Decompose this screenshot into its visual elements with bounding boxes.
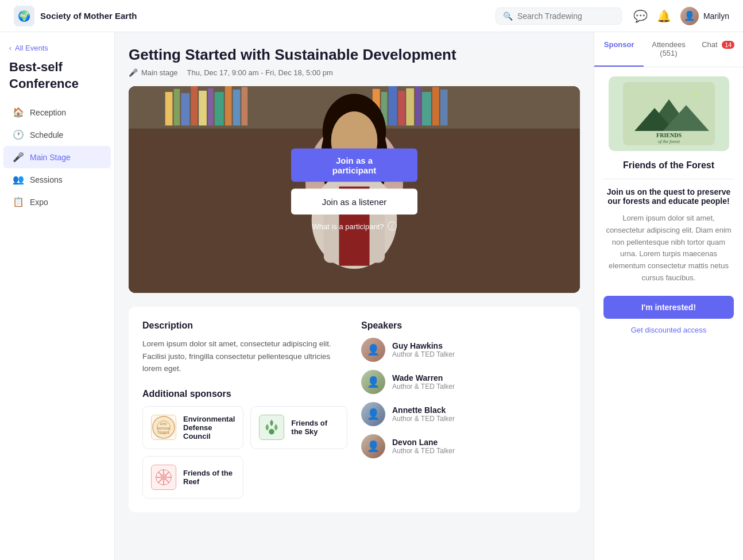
venue-label: Main stage [141, 68, 178, 77]
speaker-item-0[interactable]: 👤 Guy Hawkins Author & TED Talker [361, 338, 566, 362]
svg-text:ENV: ENV [160, 422, 167, 426]
tab-sponsor-label: Sponsor [604, 40, 634, 49]
right-column: Speakers 👤 Guy Hawkins Author & TED Talk… [361, 320, 566, 499]
video-container: Join as a participant Join as a listener… [129, 86, 580, 293]
tab-sponsor[interactable]: Sponsor [594, 32, 644, 67]
svg-point-55 [694, 98, 695, 99]
details-section: Description Lorem ipsum dolor sit amet, … [129, 307, 580, 512]
tab-chat[interactable]: Chat 14 [694, 32, 743, 67]
svg-rect-20 [432, 87, 439, 126]
tab-chat-label: Chat [702, 40, 717, 49]
svg-rect-5 [181, 93, 189, 125]
sidebar-item-sessions[interactable]: 👥 Sessions [3, 168, 111, 191]
user-name: Marilyn [703, 11, 729, 21]
svg-text:DEFENSE: DEFENSE [157, 427, 171, 430]
discounted-access-button[interactable]: Get discounted access [603, 326, 734, 334]
svg-rect-3 [165, 92, 173, 125]
speaker-item-1[interactable]: 👤 Wade Warren Author & TED Talker [361, 370, 566, 394]
edc-name: Environmental Defense Council [183, 415, 235, 441]
svg-rect-7 [199, 91, 207, 126]
sidebar-item-label-schedule: Schedule [30, 130, 63, 140]
svg-rect-4 [174, 89, 180, 126]
notifications-icon[interactable]: 🔔 [657, 9, 671, 23]
left-column: Description Lorem ipsum dolor sit amet, … [142, 320, 347, 499]
search-input[interactable] [517, 11, 614, 21]
sponsor-card-reef[interactable]: Friends of the Reef [142, 456, 243, 499]
speaker-avatar-1: 👤 [361, 370, 385, 394]
speaker-avatar-2: 👤 [361, 402, 385, 426]
svg-rect-12 [242, 87, 248, 126]
sidebar-item-label-reception: Reception [30, 108, 66, 117]
user-avatar: 👤 [680, 7, 699, 25]
org-logo-icon: 🌍 [14, 6, 34, 26]
speaker-name-2: Annette Black [392, 405, 455, 415]
sidebar-item-reception[interactable]: 🏠 Reception [3, 101, 111, 123]
svg-rect-19 [422, 92, 431, 125]
featured-sponsor-tagline: Join us on the quest to preserve our for… [603, 187, 734, 206]
event-venue: 🎤 Main stage [129, 68, 178, 77]
org-name: Society of Mother Earth [40, 11, 137, 21]
speaker-role-0: Author & TED Talker [392, 350, 455, 358]
speaker-role-2: Author & TED Talker [392, 415, 455, 423]
description-title: Description [142, 320, 347, 331]
topnav: 🌍 Society of Mother Earth 🔍 💬 🔔 👤 Marily… [0, 0, 743, 32]
messages-icon[interactable]: 💬 [633, 9, 648, 23]
svg-rect-16 [398, 91, 405, 126]
svg-rect-9 [215, 92, 224, 125]
svg-rect-36 [260, 415, 284, 439]
svg-point-53 [679, 95, 682, 98]
info-icon: i [388, 222, 397, 231]
join-participant-button[interactable]: Join as a participant [291, 149, 417, 182]
speaker-info-0: Guy Hawkins Author & TED Talker [392, 341, 455, 358]
speaker-info-1: Wade Warren Author & TED Talker [392, 373, 455, 391]
speaker-info-3: Devon Lane Author & TED Talker [392, 438, 455, 455]
org-logo[interactable]: 🌍 Society of Mother Earth [14, 6, 137, 26]
svg-rect-11 [233, 90, 241, 126]
sidebar: ‹ All Events Best-self Conference 🏠 Rece… [0, 32, 115, 560]
svg-point-37 [269, 429, 275, 435]
back-to-events[interactable]: ‹ All Events [0, 44, 114, 59]
svg-point-56 [684, 102, 686, 103]
sponsor-card-edc[interactable]: ENV DEFENSE COUNCIL Environmental Defens… [142, 406, 243, 449]
interested-button[interactable]: I'm interested! [603, 296, 734, 319]
join-listener-button[interactable]: Join as a listener [291, 189, 417, 215]
panel-body: FRIENDS of the forest Friends of the For… [594, 67, 743, 343]
tab-attendees-label: Attendees (551) [652, 40, 686, 57]
event-header: Getting Started with Sustainable Develop… [129, 46, 580, 77]
svg-rect-17 [406, 88, 414, 126]
sky-logo [259, 415, 284, 440]
speaker-name-0: Guy Hawkins [392, 341, 455, 350]
speaker-item-2[interactable]: 👤 Annette Black Author & TED Talker [361, 402, 566, 426]
user-menu[interactable]: 👤 Marilyn [680, 7, 729, 25]
svg-rect-15 [388, 86, 397, 125]
tab-attendees[interactable]: Attendees (551) [644, 32, 693, 67]
schedule-icon: 🕐 [13, 129, 24, 140]
speaker-role-3: Author & TED Talker [392, 447, 455, 455]
chat-badge: 14 [722, 41, 734, 49]
svg-rect-10 [225, 86, 232, 125]
sponsors-grid: ENV DEFENSE COUNCIL Environmental Defens… [142, 406, 347, 499]
sidebar-item-expo[interactable]: 📋 Expo [3, 191, 111, 213]
speaker-name-1: Wade Warren [392, 373, 455, 383]
svg-rect-6 [191, 86, 198, 125]
main-stage-icon: 🎤 [13, 152, 24, 163]
featured-sponsor-desc: Lorem ipsum dolor sit amet, consectetur … [603, 213, 734, 284]
sidebar-item-main-stage[interactable]: 🎤 Main Stage [3, 146, 111, 168]
sponsor-card-sky[interactable]: Friends of the Sky [250, 406, 347, 449]
participant-info[interactable]: What is a participant? i [312, 222, 396, 231]
edc-logo: ENV DEFENSE COUNCIL [151, 415, 176, 440]
speaker-item-3[interactable]: 👤 Devon Lane Author & TED Talker [361, 434, 566, 458]
svg-text:of the forest: of the forest [658, 139, 680, 144]
topnav-icons: 💬 🔔 👤 Marilyn [633, 7, 729, 25]
sky-name: Friends of the Sky [291, 419, 339, 436]
speakers-title: Speakers [361, 320, 566, 331]
speaker-name-3: Devon Lane [392, 438, 455, 447]
sidebar-item-schedule[interactable]: 🕐 Schedule [3, 123, 111, 146]
search-bar[interactable]: 🔍 [496, 7, 622, 25]
right-panel: Sponsor Attendees (551) Chat 14 [594, 32, 743, 560]
reef-name: Friends of the Reef [183, 469, 235, 486]
svg-rect-21 [440, 90, 448, 126]
reception-icon: 🏠 [13, 107, 24, 118]
back-icon: ‹ [9, 44, 11, 52]
svg-rect-18 [415, 86, 421, 125]
